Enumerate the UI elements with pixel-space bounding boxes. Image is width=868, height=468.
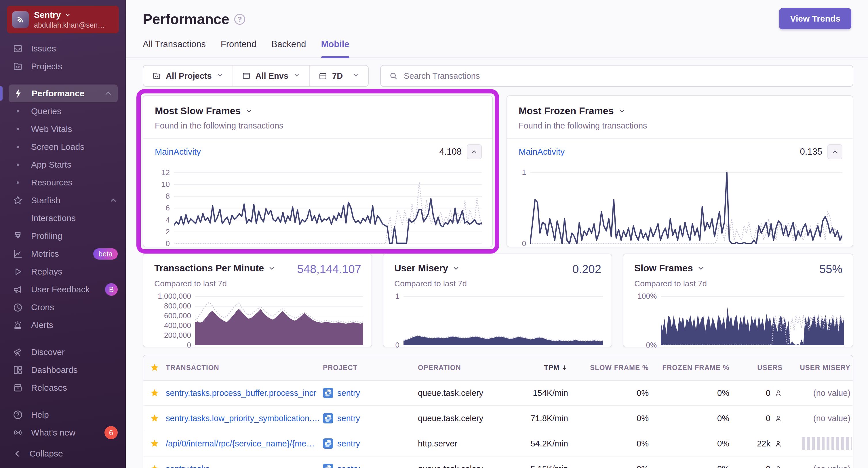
- sidebar-item-user-feedback[interactable]: User FeedbackB: [0, 280, 126, 298]
- transaction-link[interactable]: MainActivity: [155, 147, 201, 157]
- transaction-cell: sentry.tasks.process_buffer.process_incr: [166, 388, 323, 398]
- slow-frames-dropdown[interactable]: Slow Frames: [634, 263, 705, 274]
- environment-filter[interactable]: All Envs: [233, 66, 309, 86]
- y-axis-label: 0: [187, 341, 191, 349]
- user-misery-dropdown[interactable]: User Misery: [394, 263, 460, 274]
- most-slow-frames-dropdown[interactable]: Most Slow Frames: [155, 105, 480, 116]
- sidebar-item-resources[interactable]: Resources: [0, 174, 126, 192]
- operation-cell: queue.task.celery: [418, 414, 516, 423]
- megaphone-icon: [11, 283, 24, 296]
- sidebar-item-label: Issues: [31, 44, 118, 54]
- view-trends-button[interactable]: View Trends: [779, 8, 851, 29]
- column-header-project[interactable]: PROJECT: [323, 364, 418, 372]
- collapse-chart-button[interactable]: [467, 144, 482, 159]
- sidebar-item-label: App Starts: [31, 160, 118, 170]
- tab-mobile[interactable]: Mobile: [321, 39, 349, 58]
- user-misery-cell: (no value): [785, 464, 853, 468]
- star-toggle[interactable]: [143, 464, 166, 468]
- tab-all-transactions[interactable]: All Transactions: [143, 39, 206, 58]
- column-header-frozen[interactable]: FROZEN FRAME %: [651, 364, 732, 372]
- transaction-link[interactable]: MainActivity: [519, 147, 565, 157]
- sidebar-item-dashboards[interactable]: Dashboards: [0, 361, 126, 379]
- sidebar-item-app-starts[interactable]: App Starts: [0, 156, 126, 174]
- sidebar-item-queries[interactable]: Queries: [0, 102, 126, 120]
- transaction-link[interactable]: sentry.tasks.…: [166, 464, 220, 468]
- sidebar-collapse-button[interactable]: Collapse: [0, 442, 126, 468]
- transaction-cell: sentry.tasks.low_priority_symbolication.…: [166, 414, 323, 423]
- column-header-operation[interactable]: OPERATION: [418, 364, 516, 372]
- date-range-filter[interactable]: 7D: [310, 66, 368, 86]
- sidebar-item-web-vitals[interactable]: Web Vitals: [0, 120, 126, 138]
- sidebar-item-help[interactable]: Help: [0, 406, 126, 424]
- help-icon[interactable]: ?: [234, 14, 245, 25]
- y-axis-label: 800,000: [164, 302, 191, 310]
- project-filter[interactable]: All Projects: [143, 66, 232, 86]
- sidebar-item-crons[interactable]: Crons: [0, 298, 126, 316]
- column-header-tpm[interactable]: TPM: [516, 364, 570, 372]
- y-axis-label: 6: [166, 203, 170, 212]
- most-frozen-frames-card: Most Frozen Frames Found in the followin…: [506, 95, 853, 247]
- most-frozen-frames-dropdown[interactable]: Most Frozen Frames: [519, 105, 841, 116]
- tpm-cell: 54.2K/min: [516, 439, 570, 448]
- sidebar-item-issues[interactable]: Issues: [0, 40, 126, 58]
- column-header-slow[interactable]: SLOW FRAME %: [570, 364, 651, 372]
- sidebar-item-metrics[interactable]: Metricsbeta: [0, 245, 126, 263]
- table-body: sentry.tasks.process_buffer.process_incr…: [143, 380, 853, 468]
- sidebar-item-screen-loads[interactable]: Screen Loads: [0, 138, 126, 156]
- projects-icon: [11, 60, 24, 73]
- star-toggle[interactable]: [143, 413, 166, 423]
- org-switcher[interactable]: Sentry abdullah.khan@sen…: [7, 6, 119, 33]
- sidebar-item-label: What's new: [31, 428, 98, 437]
- frozen-frame-cell: 0%: [651, 439, 732, 448]
- column-header-transaction[interactable]: TRANSACTION: [166, 364, 323, 372]
- tpm-dropdown[interactable]: Transactions Per Minute: [154, 263, 276, 274]
- column-header-users[interactable]: USERS: [732, 364, 785, 372]
- transaction-link[interactable]: sentry.tasks.low_priority_symbolication.…: [166, 414, 320, 423]
- tpm-chart: [195, 294, 363, 345]
- sidebar-item-interactions[interactable]: Interactions: [0, 209, 126, 227]
- frozen-frame-cell: 0%: [651, 388, 732, 398]
- column-header-star[interactable]: [143, 363, 166, 373]
- y-axis-label: 0%: [646, 341, 657, 349]
- tab-frontend[interactable]: Frontend: [221, 39, 256, 58]
- table-row: /api/0/internal/rpc/{service_name}/{me…s…: [143, 431, 853, 457]
- star-toggle[interactable]: [143, 439, 166, 448]
- chevron-left-icon: [13, 449, 23, 459]
- sidebar-item-label: Dashboards: [31, 365, 118, 375]
- sidebar-item-what-s-new[interactable]: What's new6: [0, 424, 126, 441]
- sidebar-item-label: Alerts: [31, 320, 118, 330]
- slow-frames-pct-card: Slow Frames 55% Compared to last 7d 0%10…: [623, 254, 853, 347]
- y-axis: 0200,000400,000600,000800,0001,000,000: [149, 294, 195, 345]
- tab-backend[interactable]: Backend: [271, 39, 306, 58]
- project-link[interactable]: sentry: [337, 414, 360, 423]
- sidebar-item-replays[interactable]: Replays: [0, 263, 126, 280]
- card-subtitle: Found in the following transactions: [155, 121, 480, 138]
- star-toggle[interactable]: [143, 388, 166, 398]
- sidebar-item-projects[interactable]: Projects: [0, 58, 126, 75]
- sidebar-item-performance[interactable]: Performance: [9, 85, 118, 102]
- search-input[interactable]: [404, 71, 845, 81]
- project-link[interactable]: sentry: [337, 439, 360, 448]
- transaction-link[interactable]: sentry.tasks.process_buffer.process_incr: [166, 388, 316, 398]
- column-header-misery[interactable]: USER MISERY: [785, 364, 853, 372]
- user-misery-cell: (no value): [785, 388, 853, 398]
- project-link[interactable]: sentry: [337, 464, 360, 468]
- project-link[interactable]: sentry: [337, 388, 360, 398]
- user-misery-chart: [403, 294, 603, 345]
- sidebar-item-alerts[interactable]: Alerts: [0, 316, 126, 334]
- transaction-cell: sentry.tasks.…: [166, 464, 323, 468]
- sidebar-item-starfish[interactable]: Starfish: [0, 192, 126, 209]
- clock-icon: [11, 301, 24, 314]
- y-axis-label: 400,000: [164, 321, 191, 330]
- sidebar-item-profiling[interactable]: Profiling: [0, 227, 126, 245]
- python-project-icon: [323, 388, 333, 398]
- sidebar-item-releases[interactable]: Releases: [0, 379, 126, 397]
- y-axis: 0%100%: [629, 294, 661, 345]
- y-axis-label: 8: [166, 192, 170, 201]
- sidebar-item-discover[interactable]: Discover: [0, 343, 126, 361]
- y-axis-label: 600,000: [164, 311, 191, 320]
- chevron-down-icon: [216, 71, 224, 79]
- slow-frames-chart: [174, 167, 482, 244]
- transaction-link[interactable]: /api/0/internal/rpc/{service_name}/{me…: [166, 439, 315, 448]
- collapse-chart-button[interactable]: [828, 144, 842, 159]
